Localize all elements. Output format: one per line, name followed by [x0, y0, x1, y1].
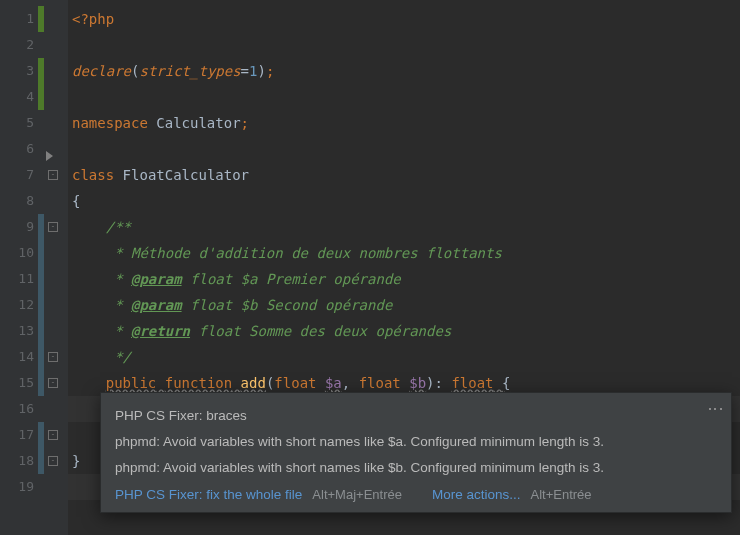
fold-toggle-icon[interactable]: -: [48, 170, 58, 180]
code-line: declare(strict_types=1);: [68, 58, 740, 84]
code-line: [68, 84, 740, 110]
code-line: */: [68, 344, 740, 370]
line-number[interactable]: 8: [0, 188, 46, 214]
line-number[interactable]: 2: [0, 32, 46, 58]
inspection-message: phpmd: Avoid variables with short names …: [115, 455, 717, 481]
fold-gutter: - - - - - -: [46, 0, 68, 535]
line-number[interactable]: 19: [0, 474, 46, 500]
fold-toggle-icon[interactable]: -: [48, 222, 58, 232]
line-number[interactable]: 16: [0, 396, 46, 422]
code-line: * @return float Somme des deux opérandes: [68, 318, 740, 344]
code-line: namespace Calculator;: [68, 110, 740, 136]
code-line: * @param float $a Premier opérande: [68, 266, 740, 292]
shortcut-hint: Alt+Maj+Entrée: [312, 487, 402, 502]
more-actions-link[interactable]: More actions...: [432, 487, 521, 502]
shortcut-hint: Alt+Entrée: [530, 487, 591, 502]
fold-toggle-icon[interactable]: -: [48, 430, 58, 440]
code-line: {: [68, 188, 740, 214]
code-line: [68, 136, 740, 162]
run-gutter-icon[interactable]: [46, 151, 53, 161]
more-options-icon[interactable]: ⋮: [709, 401, 721, 416]
tooltip-actions: PHP CS Fixer: fix the whole file Alt+Maj…: [115, 487, 717, 502]
fold-toggle-icon[interactable]: -: [48, 352, 58, 362]
fold-toggle-icon[interactable]: -: [48, 456, 58, 466]
inspection-message: PHP CS Fixer: braces: [115, 403, 717, 429]
code-line: * Méthode d'addition de deux nombres flo…: [68, 240, 740, 266]
line-number[interactable]: 5: [0, 110, 46, 136]
fix-file-link[interactable]: PHP CS Fixer: fix the whole file: [115, 487, 302, 502]
code-line: <?php: [68, 6, 740, 32]
inspection-tooltip: ⋮ PHP CS Fixer: braces phpmd: Avoid vari…: [100, 392, 732, 513]
code-line: * @param float $b Second opérande: [68, 292, 740, 318]
inspection-message: phpmd: Avoid variables with short names …: [115, 429, 717, 455]
code-line: class FloatCalculator: [68, 162, 740, 188]
line-number[interactable]: 6: [0, 136, 46, 162]
fold-toggle-icon[interactable]: -: [48, 378, 58, 388]
code-line: /**: [68, 214, 740, 240]
line-number[interactable]: 7: [0, 162, 46, 188]
code-line: [68, 32, 740, 58]
